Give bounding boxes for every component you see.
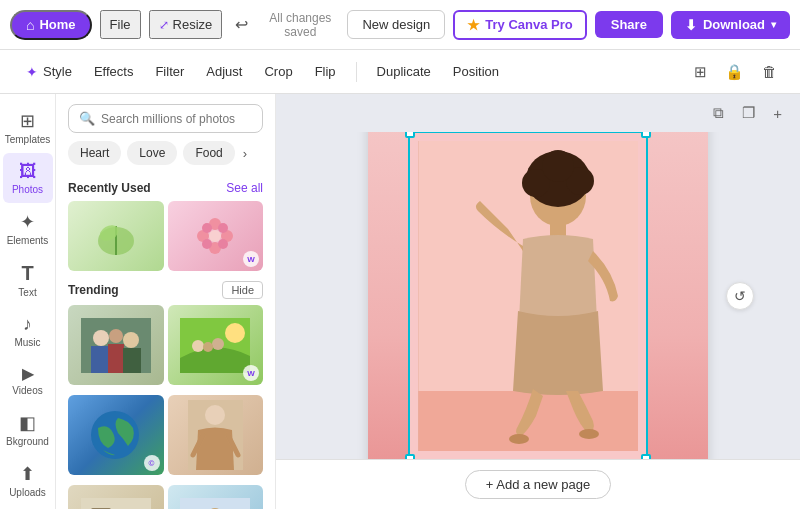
- svg-point-57: [579, 429, 599, 439]
- file-button[interactable]: File: [100, 10, 141, 39]
- hide-button[interactable]: Hide: [222, 281, 263, 299]
- search-input[interactable]: [101, 112, 252, 126]
- saved-status: All changes saved: [261, 11, 339, 39]
- svg-rect-34: [180, 498, 250, 510]
- canvas-page: ↺: [368, 132, 708, 459]
- category-food[interactable]: Food: [183, 141, 234, 165]
- download-button[interactable]: ⬇ Download ▾: [671, 11, 790, 39]
- duplicate-button[interactable]: Duplicate: [367, 58, 441, 85]
- handle-top-right[interactable]: [641, 132, 651, 138]
- sidebar-item-text[interactable]: T Text: [3, 254, 53, 306]
- new-design-button[interactable]: New design: [347, 10, 445, 39]
- svg-point-8: [202, 223, 212, 233]
- sidebar-item-videos[interactable]: ▶ Videos: [3, 356, 53, 404]
- text-icon: T: [21, 262, 33, 285]
- see-all-button[interactable]: See all: [226, 181, 263, 195]
- share-button[interactable]: Share: [595, 11, 663, 38]
- chevron-down-icon: ▾: [771, 19, 776, 30]
- trending-photo-2[interactable]: W: [168, 305, 264, 385]
- trending-photo-3[interactable]: ©: [68, 395, 164, 475]
- toolbar-separator: [356, 62, 357, 82]
- handle-bottom-left[interactable]: [405, 454, 415, 460]
- topbar-right: New design ★ Try Canva Pro Share ⬇ Downl…: [347, 10, 790, 40]
- background-icon: ◧: [19, 412, 36, 434]
- undo-button[interactable]: ↩: [230, 11, 253, 38]
- canvas-top-toolbar: ⧉ ❐ +: [276, 94, 800, 132]
- home-icon: ⌂: [26, 17, 34, 33]
- handle-bottom-right[interactable]: [641, 454, 651, 460]
- effects-button[interactable]: Effects: [84, 58, 144, 85]
- home-label: Home: [39, 17, 75, 32]
- category-heart[interactable]: Heart: [68, 141, 121, 165]
- sidebar-item-photos[interactable]: 🖼 Photos: [3, 153, 53, 203]
- svg-point-13: [93, 330, 109, 346]
- lock-icon-button[interactable]: 🔒: [718, 58, 751, 86]
- svg-point-23: [203, 342, 213, 352]
- canvas-area: ⧉ ❐ + ↺: [276, 94, 800, 509]
- filter-button[interactable]: Filter: [145, 58, 194, 85]
- recent-photo-1[interactable]: [68, 201, 164, 271]
- sidebar-item-music[interactable]: ♪ Music: [3, 306, 53, 356]
- recently-used-grid: W: [68, 201, 263, 271]
- canvas-scroll: ↺: [276, 132, 800, 459]
- canvas-copy-button[interactable]: ⧉: [707, 100, 730, 126]
- svg-point-26: [205, 405, 225, 425]
- position-button[interactable]: Position: [443, 58, 509, 85]
- canvas-add-button[interactable]: +: [767, 101, 788, 126]
- download-icon: ⬇: [685, 17, 697, 33]
- adjust-button[interactable]: Adjust: [196, 58, 252, 85]
- svg-rect-18: [123, 348, 141, 373]
- sidebar-item-elements[interactable]: ✦ Elements: [3, 203, 53, 254]
- category-love[interactable]: Love: [127, 141, 177, 165]
- trending-header: Trending Hide: [68, 281, 263, 299]
- flip-button[interactable]: Flip: [305, 58, 346, 85]
- svg-point-22: [212, 338, 224, 350]
- trending-photo-5[interactable]: [68, 485, 164, 509]
- recently-used-title: Recently Used: [68, 181, 151, 195]
- grid-icon-button[interactable]: ⊞: [687, 58, 714, 86]
- sidebar-item-templates[interactable]: ⊞ Templates: [3, 102, 53, 153]
- trending-photo-6[interactable]: [168, 485, 264, 509]
- svg-point-11: [218, 239, 228, 249]
- crop-button[interactable]: Crop: [254, 58, 302, 85]
- sidebar-item-background[interactable]: ◧ Bkground: [3, 404, 53, 455]
- svg-rect-16: [91, 346, 109, 373]
- style-button[interactable]: ✦ Style: [16, 58, 82, 86]
- style-icon: ✦: [26, 64, 38, 80]
- selected-image[interactable]: ↺: [408, 132, 648, 459]
- trending-photo-1[interactable]: [68, 305, 164, 385]
- templates-icon: ⊞: [20, 110, 35, 132]
- recent-photo-2[interactable]: W: [168, 201, 264, 271]
- trending-photo-4[interactable]: [168, 395, 264, 475]
- resize-icon: ⤢: [159, 18, 169, 32]
- main-layout: ⊞ Templates 🖼 Photos ✦ Elements T Text ♪…: [0, 94, 800, 509]
- photos-scroll: Recently Used See all: [56, 173, 275, 509]
- trending-title: Trending: [68, 283, 119, 297]
- svg-point-14: [109, 329, 123, 343]
- star-icon: ★: [467, 17, 480, 33]
- music-icon: ♪: [23, 314, 32, 335]
- photos-panel: 🔍 Heart Love Food › Recently Used See al…: [56, 94, 276, 509]
- categories-more-icon[interactable]: ›: [243, 146, 247, 161]
- sidebar-icons: ⊞ Templates 🖼 Photos ✦ Elements T Text ♪…: [0, 94, 56, 509]
- photos-icon: 🖼: [19, 161, 37, 182]
- delete-icon-button[interactable]: 🗑: [755, 58, 784, 85]
- top-bar: ⌂ Home File ⤢ Resize ↩ All changes saved…: [0, 0, 800, 50]
- search-box[interactable]: 🔍: [68, 104, 263, 133]
- svg-point-20: [225, 323, 245, 343]
- resize-button[interactable]: ⤢ Resize: [149, 10, 223, 39]
- handle-top-left[interactable]: [405, 132, 415, 138]
- try-canva-button[interactable]: ★ Try Canva Pro: [453, 10, 586, 40]
- add-page-button[interactable]: + Add a new page: [465, 470, 611, 499]
- sidebar-item-uploads[interactable]: ⬆ Uploads: [3, 455, 53, 506]
- home-button[interactable]: ⌂ Home: [10, 10, 92, 40]
- search-icon: 🔍: [79, 111, 95, 126]
- categories-bar: Heart Love Food ›: [56, 141, 275, 173]
- secondary-toolbar: ✦ Style Effects Filter Adjust Crop Flip …: [0, 50, 800, 94]
- rotate-side-button[interactable]: ↺: [726, 282, 754, 310]
- canva-watermark-2: W: [243, 365, 259, 381]
- canvas-duplicate-button[interactable]: ❐: [736, 100, 761, 126]
- elements-icon: ✦: [20, 211, 35, 233]
- svg-rect-29: [81, 498, 151, 510]
- trending-grid-1: W: [68, 305, 263, 385]
